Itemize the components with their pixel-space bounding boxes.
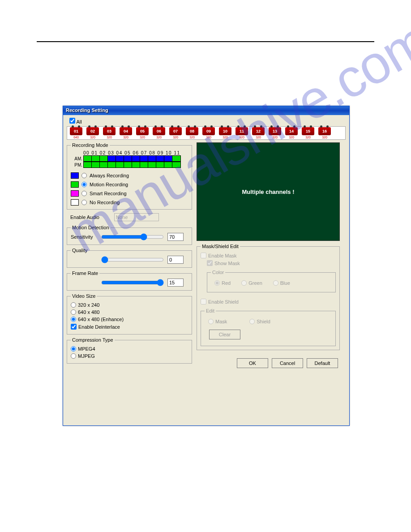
pm-schedule-cells[interactable] bbox=[83, 162, 181, 168]
frame-rate-legend: Frame Rate bbox=[71, 270, 99, 276]
camera-03[interactable]: 03320 bbox=[101, 127, 117, 139]
schedule-cell[interactable] bbox=[172, 162, 180, 167]
schedule-cell[interactable] bbox=[124, 162, 132, 167]
frame-rate-value[interactable] bbox=[167, 279, 184, 287]
schedule-cell[interactable] bbox=[100, 156, 108, 161]
default-button[interactable]: Default bbox=[307, 358, 338, 368]
sensitivity-value[interactable] bbox=[167, 233, 184, 241]
camera-icon: 12 bbox=[252, 127, 265, 135]
cancel-button[interactable]: Cancel bbox=[272, 358, 303, 368]
enable-audio-row: Enable Audio None bbox=[67, 212, 192, 222]
schedule-cell[interactable] bbox=[140, 156, 148, 161]
sensitivity-slider[interactable] bbox=[101, 233, 164, 240]
schedule-cell[interactable] bbox=[164, 162, 172, 167]
color-option: Blue bbox=[273, 279, 290, 287]
schedule-cell[interactable] bbox=[132, 156, 140, 161]
camera-16[interactable]: 16320 bbox=[317, 127, 333, 139]
schedule-cell[interactable] bbox=[92, 162, 100, 167]
schedule-cell[interactable] bbox=[156, 156, 164, 161]
am-schedule-cells[interactable] bbox=[83, 155, 181, 162]
camera-icon: 08 bbox=[186, 127, 198, 135]
camera-resolution: 320 bbox=[239, 136, 244, 139]
camera-icon: 09 bbox=[202, 127, 215, 135]
quality-value[interactable] bbox=[167, 256, 184, 264]
schedule-cell[interactable] bbox=[156, 162, 164, 167]
mask-shield-fieldset: Mask/Shield Edit Enable Mask Show Mask C… bbox=[197, 244, 340, 350]
left-column: Recording Mode 00 01 02 03 04 05 06 07 0… bbox=[67, 142, 192, 368]
camera-08[interactable]: 08320 bbox=[184, 127, 200, 139]
compression-legend: Compression Type bbox=[71, 337, 115, 343]
camera-05[interactable]: 05320 bbox=[134, 127, 150, 139]
quality-slider[interactable] bbox=[101, 256, 164, 263]
ok-button[interactable]: OK bbox=[237, 358, 268, 368]
schedule-cell[interactable] bbox=[108, 156, 116, 161]
schedule-cell[interactable] bbox=[108, 162, 116, 167]
recording-mode-option: Always Recording bbox=[71, 172, 188, 179]
color-radio bbox=[214, 280, 220, 286]
compression-fieldset: Compression Type MPEG4 MJPEG bbox=[67, 337, 192, 364]
hour-labels: 00 01 02 03 04 05 06 07 08 09 10 11 bbox=[83, 150, 188, 155]
mode-label: Smart Recording bbox=[90, 191, 127, 196]
schedule-cell[interactable] bbox=[116, 162, 124, 167]
mode-radio[interactable] bbox=[81, 200, 87, 205]
enable-mask-row: Enable Mask bbox=[201, 252, 336, 259]
camera-resolution: 320 bbox=[107, 136, 112, 139]
enable-shield-row: Enable Shield bbox=[201, 298, 336, 305]
mode-radio[interactable] bbox=[81, 173, 87, 178]
mode-radio[interactable] bbox=[81, 191, 87, 196]
camera-04[interactable]: 04320 bbox=[118, 127, 134, 139]
schedule-cell[interactable] bbox=[116, 156, 124, 161]
window-titlebar: Recording Setting bbox=[63, 106, 349, 115]
show-mask-checkbox bbox=[207, 260, 213, 266]
compression-option: MPEG4 bbox=[71, 345, 188, 352]
camera-resolution: 320 bbox=[140, 136, 145, 139]
color-label: Red bbox=[222, 280, 231, 286]
camera-resolution: 320 bbox=[272, 136, 278, 139]
camera-resolution: 640 bbox=[73, 136, 79, 139]
edit-legend: Edit bbox=[205, 308, 216, 313]
camera-resolution: 320 bbox=[123, 136, 128, 139]
deinterlace-label: Enable Deinterlace bbox=[78, 324, 120, 330]
video-size-option: 640 x 480 bbox=[71, 309, 188, 316]
camera-07[interactable]: 07320 bbox=[167, 127, 184, 139]
schedule-cell[interactable] bbox=[92, 156, 100, 161]
frame-rate-slider[interactable] bbox=[101, 279, 164, 286]
compression-radio[interactable] bbox=[71, 353, 76, 359]
camera-09[interactable]: 09320 bbox=[201, 127, 217, 139]
schedule-cell[interactable] bbox=[148, 156, 156, 161]
show-mask-row: Show Mask bbox=[207, 259, 336, 267]
mode-radio[interactable] bbox=[81, 182, 87, 187]
camera-06[interactable]: 06320 bbox=[151, 127, 167, 139]
camera-01[interactable]: 01640 bbox=[68, 127, 84, 139]
camera-11[interactable]: 11320 bbox=[234, 127, 250, 139]
color-label: Green bbox=[248, 280, 262, 286]
edit-option: Shield bbox=[249, 318, 270, 325]
video-size-radio[interactable] bbox=[71, 302, 76, 308]
camera-icon: 10 bbox=[219, 127, 231, 135]
schedule-cell[interactable] bbox=[132, 162, 140, 167]
camera-13[interactable]: 13320 bbox=[267, 127, 283, 139]
all-checkbox[interactable] bbox=[69, 118, 75, 124]
camera-15[interactable]: 15320 bbox=[300, 127, 316, 139]
schedule-cell[interactable] bbox=[140, 162, 148, 167]
camera-resolution: 320 bbox=[305, 136, 311, 139]
color-options: Red Green Blue bbox=[211, 278, 332, 288]
schedule-cell[interactable] bbox=[84, 156, 92, 161]
video-size-label: 640 x 480 (Enhance) bbox=[78, 317, 124, 322]
edit-radio bbox=[208, 319, 214, 324]
schedule-cell[interactable] bbox=[148, 162, 156, 167]
schedule-cell[interactable] bbox=[164, 156, 172, 161]
video-size-radio[interactable] bbox=[71, 317, 76, 322]
camera-10[interactable]: 10320 bbox=[217, 127, 233, 139]
schedule-cell[interactable] bbox=[124, 156, 132, 161]
camera-14[interactable]: 14320 bbox=[283, 127, 300, 139]
camera-12[interactable]: 12320 bbox=[250, 127, 266, 139]
compression-radio[interactable] bbox=[71, 346, 76, 352]
schedule-cell[interactable] bbox=[84, 162, 92, 167]
deinterlace-checkbox[interactable] bbox=[71, 324, 77, 330]
video-size-radio[interactable] bbox=[71, 309, 76, 315]
camera-02[interactable]: 02320 bbox=[85, 127, 101, 139]
schedule-cell[interactable] bbox=[172, 156, 180, 161]
camera-icon: 13 bbox=[269, 127, 281, 135]
schedule-cell[interactable] bbox=[100, 162, 108, 167]
